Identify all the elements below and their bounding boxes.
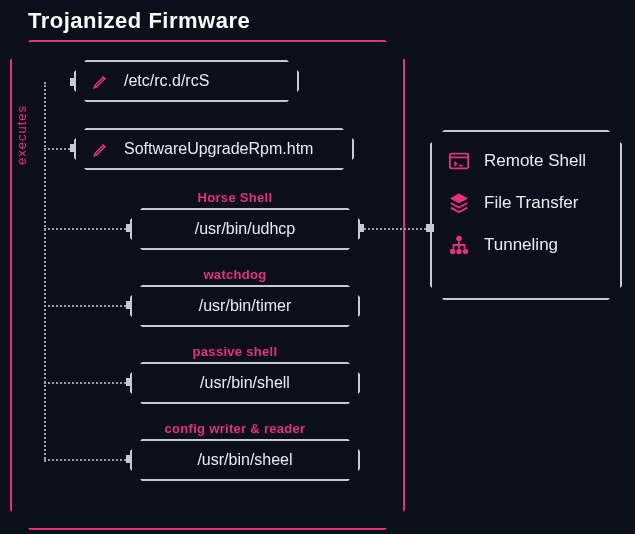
capability-label: Tunneling (484, 235, 558, 255)
capability-label: Remote Shell (484, 151, 586, 171)
svg-point-3 (456, 249, 462, 255)
hierarchy-icon (448, 234, 470, 256)
svg-point-2 (450, 249, 456, 255)
card-subtitle-passive-shell: passive shell (165, 344, 305, 359)
card-udhcp: /usr/bin/udhcp (130, 208, 360, 250)
connector-vertical-main (44, 82, 46, 462)
card-software-upgrade: SoftwareUpgradeRpm.htm (74, 128, 354, 170)
card-label: /usr/bin/udhcp (195, 220, 296, 238)
card-subtitle-config-writer: config writer & reader (135, 421, 335, 436)
card-label: /usr/bin/timer (199, 297, 291, 315)
svg-point-4 (463, 249, 469, 255)
connector-h-3 (44, 228, 130, 230)
card-label: /etc/rc.d/rcS (124, 72, 209, 90)
card-timer: /usr/bin/timer (130, 285, 360, 327)
card-label: /usr/bin/shell (200, 374, 290, 392)
card-rcS: /etc/rc.d/rcS (74, 60, 299, 102)
card-label: /usr/bin/sheel (197, 451, 292, 469)
capability-remote-shell: Remote Shell (448, 150, 604, 172)
connector-h-4 (44, 305, 130, 307)
diagram-title: Trojanized Firmware (28, 8, 250, 34)
terminal-icon (448, 150, 470, 172)
pencil-icon (92, 72, 110, 90)
card-shell: /usr/bin/shell (130, 362, 360, 404)
card-sheel: /usr/bin/sheel (130, 439, 360, 481)
connector-h-5 (44, 382, 130, 384)
capability-label: File Transfer (484, 193, 578, 213)
layers-icon (448, 192, 470, 214)
capability-tunneling: Tunneling (448, 234, 604, 256)
svg-point-1 (456, 236, 462, 242)
connector-right (360, 228, 430, 230)
card-subtitle-watchdog: watchdog (165, 267, 305, 282)
pencil-icon (92, 140, 110, 158)
card-subtitle-horse-shell: Horse Shell (165, 190, 305, 205)
executes-label: executes (14, 105, 29, 165)
card-label: SoftwareUpgradeRpm.htm (124, 140, 313, 158)
capability-file-transfer: File Transfer (448, 192, 604, 214)
capabilities-panel: Remote Shell File Transfer Tunneling (430, 130, 622, 300)
connector-h-6 (44, 459, 130, 461)
